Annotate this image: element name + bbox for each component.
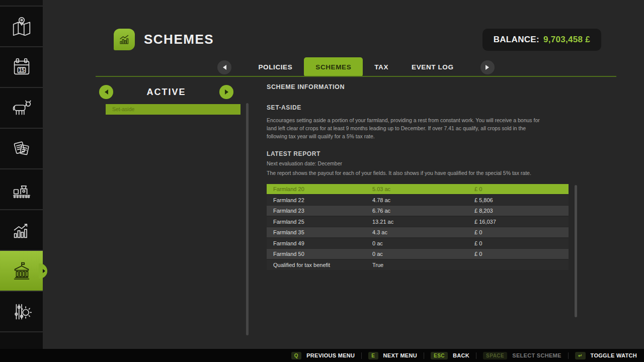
active-list-prev-button[interactable] [99, 85, 113, 99]
field-area: 4.3 ac [372, 229, 474, 235]
field-name: Farmland 23 [273, 208, 372, 214]
field-payout: £ 0 [474, 251, 569, 257]
table-row: Farmland 23 6.76 ac £ 8,203 [267, 206, 569, 216]
menu-tabs: POLICIES SCHEMES TAX EVENT LOG [96, 57, 616, 77]
documents-icon [10, 137, 33, 160]
scheme-description: Encourages setting aside a portion of yo… [267, 117, 541, 140]
shortcut-back: ESC BACK [431, 352, 469, 359]
shortcut-next-menu: E NEXT MENU [368, 352, 417, 359]
active-panel-title: ACTIVE [113, 87, 219, 98]
field-payout: £ 0 [474, 186, 569, 192]
key-esc: ESC [431, 352, 448, 359]
field-name: Farmland 35 [273, 229, 372, 235]
balance-value: 9,703,458 £ [543, 35, 590, 45]
bank-building-icon [10, 259, 33, 283]
balance-label: BALANCE: [494, 35, 539, 45]
chart-glyph-icon [118, 33, 131, 46]
divider [568, 352, 569, 359]
report-table: Farmland 20 5.03 ac £ 0 Farmland 22 4.78… [267, 184, 569, 270]
sidebar-item-production[interactable] [0, 169, 43, 210]
calendar-icon: 15 [10, 56, 33, 79]
table-row: Farmland 20 5.03 ac £ 0 [267, 184, 569, 194]
field-name: Farmland 20 [273, 186, 372, 192]
key-space: SPACE [483, 352, 507, 359]
sidebar-item-map[interactable] [0, 7, 43, 47]
field-name: Farmland 50 [273, 251, 372, 257]
divider [476, 352, 476, 359]
field-payout: £ 0 [474, 229, 569, 235]
table-row: Qualified for tax benefit True [267, 260, 569, 270]
active-panel-header: ACTIVE [99, 85, 233, 99]
latest-report-heading: LATEST REPORT [267, 150, 320, 157]
production-icon [10, 178, 33, 201]
tab-schemes[interactable]: SCHEMES [304, 57, 363, 77]
field-area: 4.78 ac [372, 197, 474, 203]
tabs-prev-button[interactable] [217, 60, 231, 74]
sidebar-item-settings[interactable] [0, 292, 43, 332]
shortcut-select-scheme: SPACE SELECT SCHEME [483, 352, 561, 359]
field-area: 13.21 ac [372, 219, 474, 225]
field-name: Farmland 25 [273, 219, 372, 225]
key-enter-icon: ↵ [575, 352, 586, 359]
field-name: Farmland 22 [273, 197, 372, 203]
tab-event-log[interactable]: EVENT LOG [400, 57, 465, 77]
field-area: 6.76 ac [372, 208, 474, 214]
field-name: Farmland 49 [273, 240, 372, 246]
map-icon [10, 15, 33, 38]
tabs-next-button[interactable] [480, 60, 495, 74]
left-panel-scrollbar[interactable] [246, 103, 249, 335]
schemes-screen: 15 [0, 0, 644, 362]
schemes-badge-icon [114, 29, 135, 50]
sidebar-partial-tile-bottom [0, 332, 43, 349]
content-scrollbar[interactable] [575, 185, 577, 317]
table-row: Farmland 49 0 ac £ 0 [267, 238, 569, 248]
table-row: Farmland 35 4.3 ac £ 0 [267, 227, 569, 237]
next-evaluation-date: Next evaluation date: December [267, 160, 342, 168]
scheme-list-item-set-aside[interactable]: Set-aside [106, 104, 240, 115]
table-row: Farmland 22 4.78 ac £ 5,806 [267, 195, 569, 205]
shortcut-bar: Q PREVIOUS MENU E NEXT MENU ESC BACK SPA… [0, 349, 644, 362]
sidebar-item-calendar[interactable]: 15 [0, 47, 43, 88]
sidebar-item-government-schemes[interactable] [0, 251, 43, 292]
scheme-name-heading: SET-ASIDE [267, 104, 301, 111]
arrow-left-icon [223, 65, 226, 70]
report-note: The report shows the payout for each of … [267, 169, 531, 177]
scheme-information-heading: SCHEME INFORMATION [267, 83, 345, 90]
arrow-left-icon [105, 89, 108, 95]
finance-chart-icon [10, 219, 33, 242]
active-tab-arrow-icon [43, 269, 45, 273]
field-area: 0 ac [372, 240, 474, 246]
field-name: Qualified for tax benefit [273, 262, 372, 268]
tab-tax[interactable]: TAX [363, 57, 400, 77]
key-q: Q [291, 352, 301, 359]
tab-underline [96, 76, 616, 77]
field-area: True [372, 262, 474, 268]
table-row: Farmland 25 13.21 ac £ 16,037 [267, 217, 569, 227]
arrow-right-icon [225, 89, 228, 95]
field-area: 5.03 ac [372, 186, 474, 192]
sidebar-item-contracts[interactable] [0, 129, 43, 169]
field-payout: £ 16,037 [474, 219, 569, 225]
page-header: SCHEMES [114, 29, 214, 50]
sidebar: 15 [0, 0, 43, 349]
key-e: E [368, 352, 378, 359]
field-payout: £ 8,203 [474, 208, 569, 214]
settings-sliders-gear-icon [10, 300, 33, 323]
active-list-next-button[interactable] [219, 85, 233, 99]
arrow-right-icon [486, 65, 489, 70]
sidebar-item-statistics[interactable] [0, 210, 43, 251]
sidebar-partial-tile-top [0, 0, 43, 7]
divider [424, 352, 424, 359]
field-area: 0 ac [372, 251, 474, 257]
cow-icon [10, 97, 33, 120]
svg-text:15: 15 [19, 66, 25, 72]
page-title: SCHEMES [144, 32, 214, 47]
balance-display: BALANCE: 9,703,458 £ [482, 29, 601, 51]
sidebar-item-animals[interactable] [0, 88, 43, 129]
shortcut-toggle-watch: ↵ TOGGLE WATCH [575, 352, 637, 359]
table-row: Farmland 50 0 ac £ 0 [267, 249, 569, 259]
field-payout: £ 5,806 [474, 197, 569, 203]
shortcut-previous-menu: Q PREVIOUS MENU [291, 352, 355, 359]
tab-policies[interactable]: POLICIES [247, 57, 304, 77]
divider [361, 352, 362, 359]
